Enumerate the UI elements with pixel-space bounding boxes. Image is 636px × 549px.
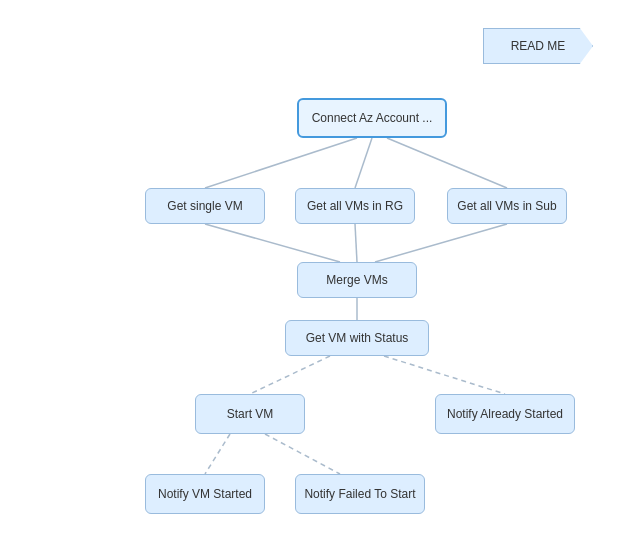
- svg-line-1: [355, 138, 372, 188]
- svg-line-0: [205, 138, 357, 188]
- connect-label: Connect Az Account ...: [312, 111, 433, 125]
- start-vm-label: Start VM: [227, 407, 274, 421]
- notify-already-label: Notify Already Started: [447, 407, 563, 421]
- notify-failed-label: Notify Failed To Start: [304, 487, 415, 501]
- svg-line-7: [250, 356, 330, 394]
- readme-label: READ ME: [511, 39, 566, 53]
- get-single-vm-label: Get single VM: [167, 199, 242, 213]
- flowchart-diagram: READ ME Connect Az Account ... Get singl…: [0, 0, 636, 549]
- svg-line-2: [387, 138, 507, 188]
- get-all-vms-sub-label: Get all VMs in Sub: [457, 199, 556, 213]
- get-all-vms-sub-node[interactable]: Get all VMs in Sub: [447, 188, 567, 224]
- merge-vms-node[interactable]: Merge VMs: [297, 262, 417, 298]
- svg-line-3: [205, 224, 340, 262]
- svg-line-10: [265, 434, 340, 474]
- connect-az-account-node[interactable]: Connect Az Account ...: [297, 98, 447, 138]
- get-vm-status-label: Get VM with Status: [306, 331, 409, 345]
- start-vm-node[interactable]: Start VM: [195, 394, 305, 434]
- notify-vm-started-label: Notify VM Started: [158, 487, 252, 501]
- readme-node: READ ME: [483, 28, 593, 64]
- get-vm-status-node[interactable]: Get VM with Status: [285, 320, 429, 356]
- get-all-vms-rg-label: Get all VMs in RG: [307, 199, 403, 213]
- notify-already-started-node[interactable]: Notify Already Started: [435, 394, 575, 434]
- svg-line-5: [375, 224, 507, 262]
- merge-vms-label: Merge VMs: [326, 273, 387, 287]
- svg-line-9: [205, 434, 230, 474]
- svg-line-4: [355, 224, 357, 262]
- notify-failed-to-start-node[interactable]: Notify Failed To Start: [295, 474, 425, 514]
- get-single-vm-node[interactable]: Get single VM: [145, 188, 265, 224]
- get-all-vms-rg-node[interactable]: Get all VMs in RG: [295, 188, 415, 224]
- svg-line-8: [384, 356, 505, 394]
- notify-vm-started-node[interactable]: Notify VM Started: [145, 474, 265, 514]
